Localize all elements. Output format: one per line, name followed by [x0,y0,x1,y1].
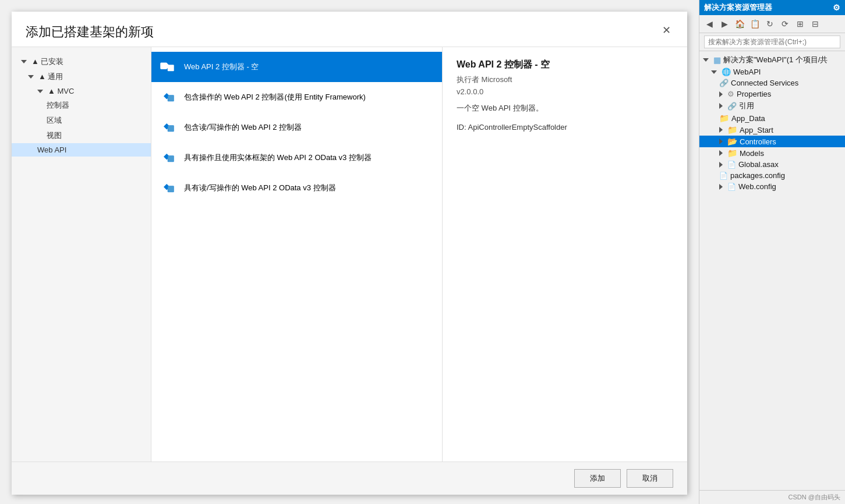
refresh-button[interactable]: ↻ [763,17,776,30]
connected-services-label: Connected Services [731,79,798,87]
se-item-models[interactable]: 📁 Models [699,147,845,159]
app-start-folder-icon: 📁 [727,125,737,134]
home-button[interactable]: 🏠 [733,17,746,30]
solution-label: 解决方案"WebAPI"(1 个项目/共 [723,55,828,65]
close-button[interactable]: ✕ [659,23,673,37]
scaffold-icon-4 [158,179,177,197]
properties-expand-icon [719,91,723,97]
template-name-3: 具有操作且使用实体框架的 Web API 2 OData v3 控制器 [184,152,372,163]
dialog-footer: 添加 取消 [12,462,687,495]
web-config-label: Web.config [738,182,776,191]
packages-config-label: packages.config [730,171,785,180]
references-expand-icon [719,103,723,109]
back-button[interactable]: ◀ [703,17,716,30]
models-expand-icon [719,150,723,156]
controllers-expand-icon [719,139,723,144]
se-item-solution[interactable]: ▦ 解决方案"WebAPI"(1 个项目/共 [699,54,845,66]
detail-author: 执行者 Microsoft [457,74,673,85]
solution-explorer-panel: 解决方案资源管理器 ⚙ ◀ ▶ 🏠 📋 ↻ ⟳ ⊞ ⊟ ▦ 解决方案"WebAP… [699,0,845,504]
detail-id: ID: ApiControllerEmptyScaffolder [457,123,673,132]
dialog-title: 添加已搭建基架的新项 [26,23,154,41]
template-item-0[interactable]: Web API 2 控制器 - 空 [151,52,442,82]
detail-description: 一个空 Web API 控制器。 [457,103,673,113]
add-button[interactable]: 添加 [574,469,621,488]
webapi-project-icon: 🌐 [722,68,731,76]
common-collapse-icon [28,75,34,79]
template-item-4[interactable]: 具有读/写操作的 Web API 2 OData v3 控制器 [151,173,442,203]
template-item-2[interactable]: 包含读/写操作的 Web API 2 控制器 [151,112,442,143]
sidebar-item-webapi[interactable]: Web API [12,143,151,157]
footer-text: CSDN @自由码头 [789,494,840,501]
web-config-icon: 📄 [727,183,736,191]
scaffold-icon-3 [158,148,177,167]
solution-explorer-titlebar: 解决方案资源管理器 ⚙ [699,0,845,15]
common-header: ▲ 通用 [12,69,151,84]
detail-name: Web API 2 控制器 - 空 [457,59,673,71]
se-item-connected-services[interactable]: 🔗 Connected Services [699,77,845,88]
global-asax-expand-icon [719,162,723,168]
solution-expand-icon [703,58,709,62]
se-item-app-start[interactable]: 📁 App_Start [699,124,845,136]
se-item-properties[interactable]: ⚙ Properties [699,88,845,100]
template-item-3[interactable]: 具有操作且使用实体框架的 Web API 2 OData v3 控制器 [151,143,442,173]
controllers-label: Controllers [740,137,776,146]
solution-icon: ▦ [713,55,721,65]
mvc-collapse-icon [37,90,43,93]
web-config-expand-icon [719,184,723,190]
se-search-input[interactable] [704,36,840,48]
detail-panel: Web API 2 控制器 - 空 执行者 Microsoft v2.0.0.0… [443,47,687,462]
webapi-label: WebAPI [733,68,761,76]
svg-rect-4 [168,156,174,162]
template-name-4: 具有读/写操作的 Web API 2 OData v3 控制器 [184,183,336,193]
se-item-controllers[interactable]: 📂 Controllers [699,136,845,147]
connected-services-icon: 🔗 [719,79,729,87]
sidebar-item-controllers[interactable]: 控制器 [12,98,151,113]
svg-rect-1 [168,65,174,72]
mvc-header: ▲ MVC [12,84,151,98]
properties-button[interactable]: 📋 [748,17,761,30]
se-item-packages-config[interactable]: 📄 packages.config [699,170,845,181]
se-footer: CSDN @自由码头 [699,490,845,504]
se-item-webapi[interactable]: 🌐 WebAPI [699,66,845,77]
sidebar: ▲ 已安装 ▲ 通用 ▲ MVC 控制器 区域 视图 [12,47,151,462]
solution-explorer-title: 解决方案资源管理器 [704,2,772,13]
app-start-expand-icon [719,127,723,133]
template-item-1[interactable]: 包含操作的 Web API 2 控制器(使用 Entity Framework) [151,82,442,112]
se-item-app-data[interactable]: 📁 App_Data [699,112,845,124]
expand-button[interactable]: ⊞ [794,17,807,30]
sidebar-item-region[interactable]: 区域 [12,113,151,128]
references-label: 引用 [739,101,754,111]
models-label: Models [740,149,764,158]
scaffold-icon-1 [158,88,177,107]
se-tree: ▦ 解决方案"WebAPI"(1 个项目/共 🌐 WebAPI 🔗 Connec… [699,51,845,490]
svg-rect-2 [168,95,174,102]
global-asax-label: Global.asax [738,160,779,169]
app-data-label: App_Data [731,114,765,123]
packages-config-icon: 📄 [719,172,728,180]
se-item-global-asax[interactable]: 📄 Global.asax [699,159,845,170]
collapse-button[interactable]: ⊟ [809,17,822,30]
models-folder-icon: 📁 [727,148,737,158]
properties-icon: ⚙ [727,90,734,98]
installed-collapse-icon [21,60,27,63]
se-item-web-config[interactable]: 📄 Web.config [699,181,845,192]
stop-button[interactable]: ⟳ [779,17,791,30]
template-list: Web API 2 控制器 - 空 包含操作的 Web API 2 控制器(使用… [151,47,443,462]
forward-button[interactable]: ▶ [718,17,731,30]
controllers-folder-icon: 📂 [727,137,737,146]
se-toolbar: ◀ ▶ 🏠 📋 ↻ ⟳ ⊞ ⊟ [699,15,845,33]
template-name-0: Web API 2 控制器 - 空 [184,62,259,72]
sidebar-item-views[interactable]: 视图 [12,128,151,143]
cancel-button[interactable]: 取消 [627,469,673,488]
dialog-header: 添加已搭建基架的新项 ✕ [12,12,687,47]
properties-label: Properties [737,90,771,98]
dialog-body: ▲ 已安装 ▲ 通用 ▲ MVC 控制器 区域 视图 [12,47,687,462]
global-asax-icon: 📄 [727,161,736,169]
se-item-references[interactable]: 🔗 引用 [699,100,845,112]
app-start-label: App_Start [740,126,773,134]
add-scaffold-dialog: 添加已搭建基架的新项 ✕ ▲ 已安装 ▲ 通用 ▲ MVC [12,12,687,495]
detail-version: v2.0.0.0 [457,87,673,96]
webapi-expand-icon [711,70,717,74]
settings-icon[interactable]: ⚙ [833,3,840,12]
template-name-1: 包含操作的 Web API 2 控制器(使用 Entity Framework) [184,92,366,102]
